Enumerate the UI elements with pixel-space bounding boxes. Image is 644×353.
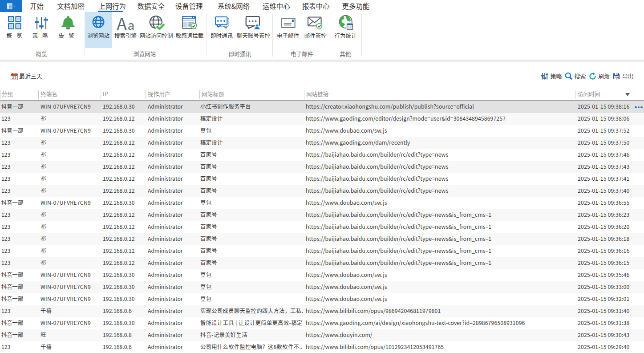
- svg-text:A: A: [117, 15, 127, 32]
- svg-text:a: a: [128, 16, 135, 32]
- svg-text:23: 23: [12, 75, 16, 80]
